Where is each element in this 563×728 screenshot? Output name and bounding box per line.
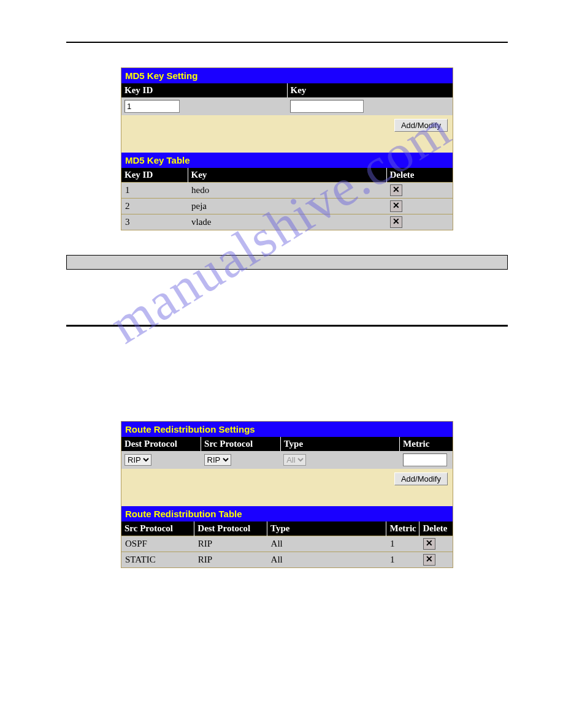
table-row: 3 vlade ✕ [121,214,453,230]
cell-id: 1 [121,183,188,199]
route-settings-title: Route Redistribution Settings [121,422,453,437]
col-delete: Delete [386,168,453,183]
section-divider-bar [66,255,508,270]
table-row: OSPF RIP All 1 ✕ [121,536,453,552]
delete-icon[interactable]: ✕ [390,184,402,196]
md5-setting-title: MD5 Key Setting [121,68,453,83]
route-settings-form-table: Dest Protocol Src Protocol Type Metric R… [121,437,453,469]
key-id-input[interactable] [124,100,180,113]
route-table-title: Route Redistribution Table [121,506,453,521]
cell-metric: 1 [386,536,419,552]
delete-icon[interactable]: ✕ [423,538,435,550]
cell-key: peja [188,199,386,214]
src-protocol-select[interactable]: RIP [204,454,231,466]
mid-rule [66,325,508,327]
cell-type: All [267,552,386,568]
add-modify-button[interactable]: Add/Modify [394,472,448,485]
type-select[interactable]: All [283,454,306,466]
blank-space [66,341,508,421]
col-type: Type [280,437,399,451]
spacer [121,489,453,506]
dest-protocol-select[interactable]: RIP [124,454,151,466]
route-settings-button-row: Add/Modify [121,469,453,489]
md5-setting-input-row [121,97,453,115]
md5-table-title: MD5 Key Table [121,153,453,168]
key-input[interactable] [290,100,364,113]
table-row: 1 hedo ✕ [121,183,453,199]
cell-id: 2 [121,199,188,214]
delete-icon[interactable]: ✕ [390,216,402,228]
delete-icon[interactable]: ✕ [423,554,435,566]
add-modify-button[interactable]: Add/Modify [394,119,448,132]
route-settings-header-row: Dest Protocol Src Protocol Type Metric [121,437,453,451]
table-row: 2 peja ✕ [121,199,453,214]
metric-input[interactable] [403,453,447,466]
md5-table-header-row: Key ID Key Delete [121,168,453,183]
cell-key: hedo [188,183,386,199]
col-src-protocol: Src Protocol [201,437,281,451]
delete-icon[interactable]: ✕ [390,200,402,212]
cell-metric: 1 [386,552,419,568]
col-type: Type [267,521,386,536]
col-dest-protocol: Dest Protocol [121,437,201,451]
cell-key: vlade [188,214,386,230]
col-dest-protocol: Dest Protocol [194,521,267,536]
cell-dest: RIP [194,552,267,568]
col-metric: Metric [400,437,453,451]
md5-panel: MD5 Key Setting Key ID Key Add/Modify MD… [121,67,453,230]
spacer [121,135,453,153]
cell-dest: RIP [194,536,267,552]
cell-id: 3 [121,214,188,230]
cell-src: OSPF [121,536,194,552]
md5-setting-header-row: Key ID Key [121,83,453,97]
route-redistribution-table: Src Protocol Dest Protocol Type Metric D… [121,521,453,567]
route-panel: Route Redistribution Settings Dest Proto… [121,421,453,568]
cell-src: STATIC [121,552,194,568]
col-metric: Metric [386,521,419,536]
route-table-header-row: Src Protocol Dest Protocol Type Metric D… [121,521,453,536]
col-key-id: Key ID [121,83,287,97]
col-src-protocol: Src Protocol [121,521,194,536]
col-delete: Delete [419,521,453,536]
col-key: Key [287,83,453,97]
top-rule [66,42,508,43]
table-row: STATIC RIP All 1 ✕ [121,552,453,568]
md5-key-table: Key ID Key Delete 1 hedo ✕ 2 peja ✕ 3 vl… [121,168,453,230]
route-settings-input-row: RIP RIP All [121,451,453,469]
md5-setting-form-table: Key ID Key [121,83,453,115]
col-key-id: Key ID [121,168,188,183]
md5-setting-button-row: Add/Modify [121,115,453,135]
col-key: Key [188,168,386,183]
cell-type: All [267,536,386,552]
